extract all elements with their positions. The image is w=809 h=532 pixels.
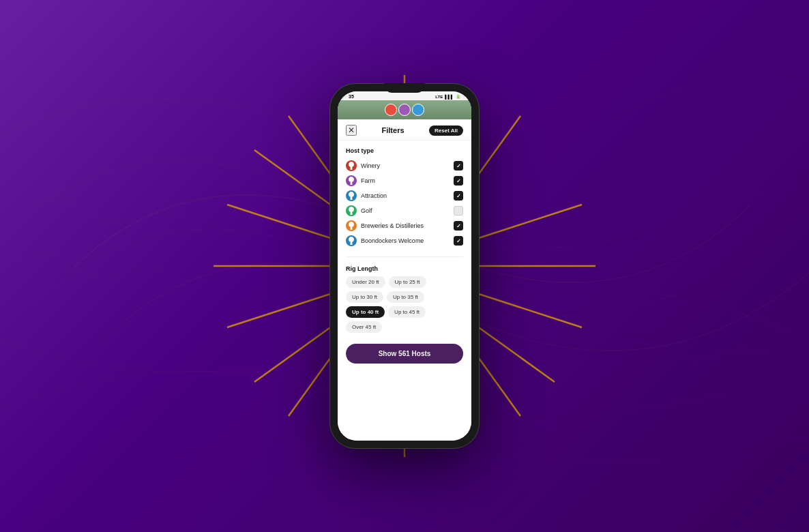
filter-left-attraction: Attraction: [346, 190, 387, 201]
rig-btn-over45[interactable]: Over 45 ft: [346, 321, 382, 333]
avatar-3: [412, 104, 424, 116]
filter-row-winery: Winery: [346, 158, 463, 173]
close-button[interactable]: ✕: [346, 125, 357, 136]
phone-screen: 35 LTE ▌▌▌ 🔋 ✕ Filters: [338, 91, 471, 441]
rig-buttons-group: Under 20 ft Up to 25 ft Up to 30 ft Up t…: [346, 276, 463, 333]
attraction-checkbox[interactable]: [454, 191, 463, 201]
avatar-1: [385, 104, 397, 116]
status-time: 35: [349, 94, 354, 99]
phone-device: 35 LTE ▌▌▌ 🔋 ✕ Filters: [329, 83, 480, 449]
winery-label: Winery: [361, 162, 380, 169]
show-hosts-button[interactable]: Show 561 Hosts: [346, 344, 463, 364]
rig-btn-25ft[interactable]: Up to 25 ft: [389, 276, 426, 288]
app-content: Host type Winery: [338, 141, 471, 441]
rig-btn-45ft[interactable]: Up to 45 ft: [388, 306, 426, 318]
boondockers-checkbox[interactable]: [454, 236, 463, 246]
filter-left-golf: Golf: [346, 205, 372, 216]
rig-btn-30ft[interactable]: Up to 30 ft: [346, 291, 383, 303]
rig-length-title: Rig Length: [346, 265, 463, 272]
map-preview: [338, 100, 471, 119]
avatar-row: [385, 104, 424, 116]
golf-checkbox[interactable]: [454, 206, 463, 216]
show-hosts-container: Show 561 Hosts: [338, 338, 471, 370]
rig-btn-40ft[interactable]: Up to 40 ft: [346, 306, 385, 318]
app-header: ✕ Filters Reset All: [338, 119, 471, 141]
filter-left-brewery: Breweries & Distilleries: [346, 220, 424, 231]
filter-row-brewery: Breweries & Distilleries: [346, 218, 463, 233]
filters-title: Filters: [382, 126, 404, 134]
farm-label: Farm: [361, 177, 375, 184]
signal-icon: ▌▌▌: [445, 95, 454, 99]
filter-row-farm: Farm: [346, 173, 463, 188]
status-icons: LTE ▌▌▌ 🔋: [435, 94, 460, 99]
avatar-2: [398, 104, 411, 116]
filter-left-boondockers: Boondockers Welcome: [346, 235, 424, 246]
boondockers-label: Boondockers Welcome: [361, 237, 424, 244]
golf-icon: [346, 205, 357, 216]
rig-btn-under20[interactable]: Under 20 ft: [346, 276, 385, 288]
phone-notch: [384, 83, 425, 93]
boondockers-icon: [346, 235, 357, 246]
network-indicator: LTE: [435, 95, 443, 99]
winery-checkbox[interactable]: [454, 161, 463, 171]
filter-left-winery: Winery: [346, 160, 380, 171]
rig-btn-35ft[interactable]: Up to 35 ft: [387, 291, 424, 303]
brewery-icon: [346, 220, 357, 231]
host-type-section: Host type Winery: [338, 141, 471, 252]
attraction-label: Attraction: [361, 192, 387, 199]
golf-label: Golf: [361, 207, 372, 214]
winery-icon: [346, 160, 357, 171]
battery-icon: 🔋: [456, 94, 460, 99]
attraction-icon: [346, 190, 357, 201]
filter-row-golf: Golf: [346, 203, 463, 218]
host-type-title: Host type: [346, 147, 463, 154]
phone-shell: 35 LTE ▌▌▌ 🔋 ✕ Filters: [329, 83, 480, 449]
filter-row-boondockers: Boondockers Welcome: [346, 233, 463, 248]
filter-row-attraction: Attraction: [346, 188, 463, 203]
brewery-label: Breweries & Distilleries: [361, 222, 424, 229]
farm-icon: [346, 175, 357, 186]
brewery-checkbox[interactable]: [454, 221, 463, 231]
reset-all-button[interactable]: Reset All: [429, 125, 463, 136]
farm-checkbox[interactable]: [454, 176, 463, 186]
filter-left-farm: Farm: [346, 175, 375, 186]
section-divider: [346, 256, 463, 257]
rig-length-section: Rig Length Under 20 ft Up to 25 ft Up to…: [338, 261, 471, 338]
